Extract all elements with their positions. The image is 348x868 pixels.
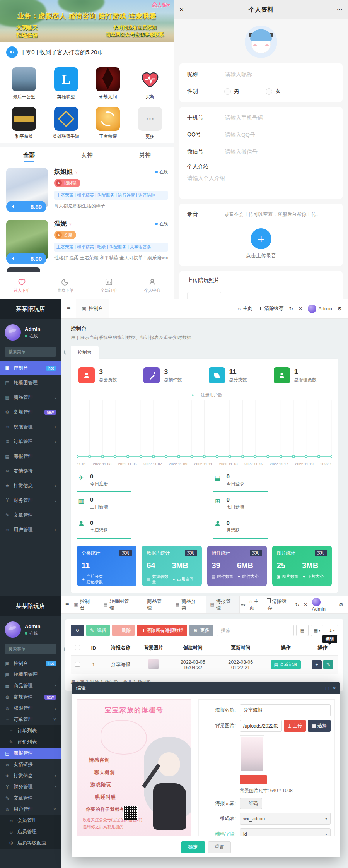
sidebar-item-users[interactable]: ☺ 用户管理 ‹: [0, 522, 61, 537]
sidebar-item-general[interactable]: ⚙ 常规管理 new: [0, 405, 61, 419]
sidebar-item-review-list[interactable]: ✎ 评价列表: [0, 736, 61, 748]
sidebar-item-rewards[interactable]: ★ 打赏信息 ‹: [0, 478, 61, 493]
sidebar-item-articles[interactable]: ✎ 文章管理: [0, 508, 61, 522]
confirm-button[interactable]: 确定: [181, 841, 205, 853]
topbar-tab-goods[interactable]: ≡商品管理: [138, 596, 171, 613]
radio-male[interactable]: [224, 88, 231, 95]
sidebar-item-goods[interactable]: ▦ 商品管理 ‹: [0, 390, 61, 405]
table-search-input[interactable]: [217, 625, 294, 636]
sidebar-item-users[interactable]: ☺ 用户管理 ˅: [0, 804, 61, 815]
game-item[interactable]: 和平精英: [3, 104, 45, 139]
sidebar-item-posters[interactable]: ▤ 海报管理: [0, 449, 61, 464]
sidebar-item-staff-levels[interactable]: ⚙ 店员等级配置: [0, 837, 61, 849]
tabs-menu-icon[interactable]: ≡▾: [241, 602, 245, 608]
col-updated[interactable]: 更新时间: [217, 641, 265, 656]
choose-button[interactable]: ▦ 选择: [308, 720, 331, 732]
game-item[interactable]: L 英雄联盟: [45, 64, 87, 100]
qq-field[interactable]: [224, 131, 335, 138]
qr-field-select[interactable]: id▾: [240, 828, 331, 836]
tab-console[interactable]: 控制台: [71, 346, 99, 359]
modal-header[interactable]: 编辑 ─ ▢ ×: [72, 682, 340, 694]
sidebar-item-permissions[interactable]: ☺ 权限管理 ‹: [0, 703, 61, 714]
wechat-field[interactable]: [224, 148, 335, 155]
edit-button[interactable]: ✎ 编辑: [86, 625, 110, 636]
upload-record-button[interactable]: ＋: [251, 228, 271, 249]
home-link[interactable]: ⌂ 主页: [249, 598, 263, 611]
view-records-button[interactable]: ▤查看记录: [271, 660, 301, 669]
poster-name-input[interactable]: [240, 704, 331, 716]
menu-search-input[interactable]: [8, 646, 64, 652]
sidebar-item-orders[interactable]: ≡ 订单管理 ˅: [0, 714, 61, 725]
admin-avatar[interactable]: [5, 324, 21, 341]
clear-all-posters-button[interactable]: 清除所有海报数据: [137, 625, 187, 636]
gear-icon[interactable]: ⚙: [339, 602, 343, 608]
burger-icon[interactable]: ≡: [67, 305, 70, 312]
intro-field[interactable]: [187, 173, 335, 195]
export-button[interactable]: ↧▾: [326, 625, 338, 636]
fullscreen-icon[interactable]: ✕: [304, 602, 307, 608]
more-menu-icon[interactable]: •••: [331, 7, 343, 12]
close-icon[interactable]: ×: [179, 5, 191, 14]
sidebar-item-general[interactable]: ⚙ 常规管理 new: [0, 692, 61, 703]
nickname-field[interactable]: [224, 71, 335, 78]
tab-goddess[interactable]: 女神: [58, 151, 116, 159]
sidebar-item-links[interactable]: ∞ 友情链接: [0, 759, 61, 770]
topbar-tab-carousel[interactable]: ▤轮播图管理: [99, 596, 138, 613]
player-card[interactable]: 8.89 妖姐姐 ♀ 在线 ★招财猫 王者荣耀 | 和平精英 | 叫醒服务 | …: [0, 163, 174, 214]
qrcode-chip[interactable]: 二维码: [240, 798, 262, 809]
sidebar-item-orders[interactable]: ≡ 订单管理 ‹: [0, 434, 61, 449]
sidebar-item-members[interactable]: ☺ 会员管理: [0, 815, 61, 826]
sidebar-item-permissions[interactable]: ☺ 权限管理 ‹: [0, 419, 61, 434]
col-id[interactable]: ID: [84, 641, 103, 656]
delete-bg-button[interactable]: [240, 775, 267, 784]
sidebar-item-carousel[interactable]: ▤ 轮播图管理: [0, 669, 61, 680]
bg-image-path-input[interactable]: [240, 720, 282, 732]
game-item[interactable]: 最后一公里: [3, 64, 45, 100]
row-checkbox[interactable]: [75, 662, 80, 667]
sidebar-search[interactable]: [5, 644, 56, 654]
close-icon[interactable]: ×: [333, 686, 336, 691]
sidebar-search[interactable]: [5, 347, 56, 357]
refresh-icon[interactable]: ↻: [289, 306, 293, 312]
select-all-checkbox[interactable]: [75, 645, 80, 650]
delete-button[interactable]: 删除: [112, 625, 135, 636]
game-item[interactable]: 永劫无间: [87, 64, 129, 100]
game-item[interactable]: 买断: [129, 64, 171, 100]
tab-all[interactable]: 全部: [0, 151, 58, 159]
price-pill[interactable]: 8.89: [6, 201, 46, 212]
topbar-admin[interactable]: Admin: [312, 598, 335, 612]
sidebar-item-staff[interactable]: ☺ 店员管理: [0, 826, 61, 837]
reset-button[interactable]: 重置: [208, 841, 231, 853]
sidebar-item-links[interactable]: ∞ 友情链接: [0, 464, 61, 478]
fullscreen-icon[interactable]: ✕: [299, 306, 302, 312]
refresh-button[interactable]: ↻: [71, 625, 84, 636]
price-pill[interactable]: 8.00: [6, 253, 46, 264]
game-item-more[interactable]: ⋯ 更多: [129, 104, 171, 139]
sidebar-item-goods[interactable]: ▦ 商品管理 ‹: [0, 680, 61, 692]
home-link[interactable]: ⌂主页: [238, 305, 252, 312]
more-button[interactable]: ⊕ 更多: [189, 625, 213, 636]
phone-field[interactable]: [224, 114, 335, 121]
player-card[interactable]: 8.00 温妮 ♀ 在线 ★首席 王者荣耀 | 和平精英 | 唱歌 | 叫醒服务…: [0, 214, 174, 266]
admin-avatar[interactable]: [5, 621, 21, 638]
topbar-tab-console[interactable]: ▣控制台: [70, 596, 98, 613]
radio-female[interactable]: [266, 88, 272, 95]
row-add-button[interactable]: ＋: [312, 660, 322, 669]
row-edit-button[interactable]: ✎: [323, 660, 333, 669]
toggle-view-button[interactable]: ▤: [296, 625, 309, 636]
avatar[interactable]: [245, 26, 277, 58]
game-item[interactable]: 王者荣耀: [87, 104, 129, 139]
sidebar-item-console[interactable]: ▣ 控制台 hot: [0, 658, 61, 669]
nav-pick-order[interactable]: 选人下单: [0, 272, 44, 299]
tab-god[interactable]: 男神: [116, 151, 174, 159]
topbar-tab-console[interactable]: ▣ 控制台: [76, 299, 109, 318]
poster-thumbnail[interactable]: [148, 659, 159, 669]
burger-icon[interactable]: ≡: [65, 601, 69, 608]
clear-cache-link[interactable]: 清除缓存: [268, 598, 291, 611]
sidebar-item-carousel[interactable]: ▤ 轮播图管理: [0, 375, 61, 390]
nav-personal-center[interactable]: 个人中心: [131, 272, 174, 299]
clear-cache-link[interactable]: 清除缓存: [258, 305, 283, 312]
col-created[interactable]: 创建时间: [169, 641, 217, 656]
sidebar-item-articles[interactable]: ✎ 文章管理: [0, 793, 61, 804]
sidebar-item-rewards[interactable]: ★ 打赏信息 ‹: [0, 770, 61, 781]
